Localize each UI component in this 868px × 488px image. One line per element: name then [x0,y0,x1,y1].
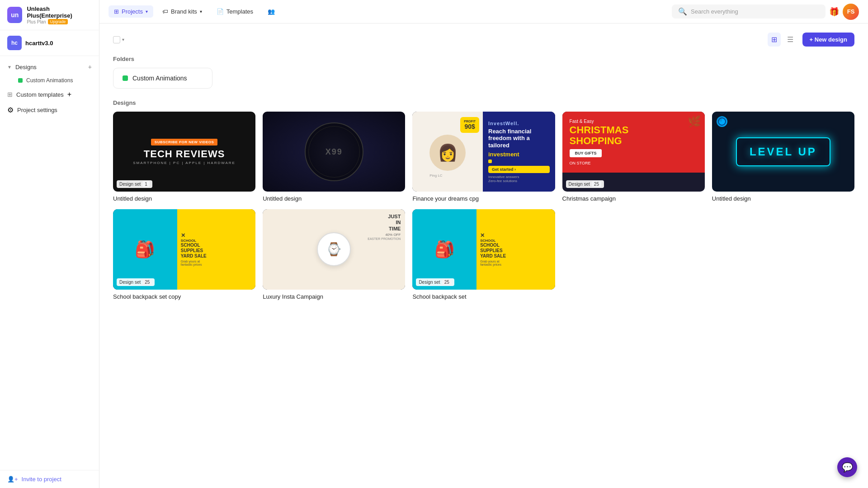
select-dropdown-icon[interactable]: ▾ [122,37,124,42]
content-area: ▾ ⊞ ☰ + New design Folders Custom Animat… [99,23,868,488]
view-toggle: ⊞ ☰ [768,33,797,47]
design-thumb-school-copy: 🎒 ✕ SCHOOL SCHOOLSUPPLIESYARD SALE Grab … [113,209,255,289]
search-input[interactable] [691,8,819,15]
search-icon: 🔍 [678,7,687,16]
main-area: ⊞ Projects ▾ 🏷 Brand kits ▾ 📄 Templates … [99,0,868,488]
invite-icon: 👤+ [7,476,18,483]
list-view-button[interactable]: ☰ [783,33,797,47]
user-avatar[interactable]: FS [843,4,859,20]
design-title: School backpack set copy [113,293,255,300]
workspace-selector[interactable]: hc hcarttv3.0 [0,30,99,56]
upgrade-badge[interactable]: Upgrade [48,19,68,24]
design-thumb-finance: PROFIT 90$ 👩 Ping LC [412,112,555,192]
design-card-motherboard[interactable]: X99 Untitled design [263,112,405,202]
brand-kits-chevron-icon: ▾ [200,9,202,14]
projects-nav-button[interactable]: ⊞ Projects ▾ [108,5,153,18]
project-settings-label: Project settings [17,107,57,113]
chat-bubble-button[interactable]: 💬 [837,457,857,477]
design-thumb-school-set: 🎒 ✕ SCHOOL SCHOOLSUPPLIESYARD SALE Grab … [412,209,555,289]
templates-nav-button[interactable]: 📄 Templates [211,5,259,18]
app-logo-text: Unleash Plus(Enterprise) Plus Plan Upgra… [27,5,92,24]
design-title: Luxury Insta Campaign [263,293,405,300]
top-navigation: ⊞ Projects ▾ 🏷 Brand kits ▾ 📄 Templates … [99,0,868,23]
subscribe-badge: SUBSCRIBE FOR NEW VIDEOS [151,139,218,145]
templates-icon: 📄 [217,8,224,15]
sidebar-navigation: ▼ Designs + Custom Animations ⊞ Custom t… [0,56,99,470]
grid-icon: ⊞ [7,91,13,98]
projects-icon: ⊞ [114,8,119,15]
add-folder-icon[interactable]: + [88,63,92,70]
design-thumb-levelup: LEVEL UP [712,112,854,192]
workspace-avatar: hc [7,36,22,50]
design-title: Untitled design [113,195,255,202]
team-icon: 👥 [268,8,275,15]
design-set-badge: Design set 25 [566,180,604,188]
design-title: Christmas campaign [562,195,705,202]
folders-grid: Custom Animations [113,68,854,89]
design-thumb-christmas: Fast & Easy CHRISTMASSHOPPING BUY GIFTS … [562,112,705,192]
design-set-badge: Design set 25 [117,278,155,286]
design-thumb-motherboard: X99 [263,112,405,192]
folder-custom-animations[interactable]: Custom Animations [113,68,212,89]
sidebar-item-designs[interactable]: ▼ Designs + [0,60,99,74]
sidebar-item-project-settings[interactable]: ⚙ Project settings [0,102,99,118]
folder-color-dot [18,78,23,83]
design-title: Untitled design [712,195,854,202]
new-design-button[interactable]: + New design [802,33,854,47]
app-name: Unleash Plus(Enterprise) [27,5,92,19]
brand-kits-nav-button[interactable]: 🏷 Brand kits ▾ [157,5,208,18]
brand-kits-icon: 🏷 [162,8,168,15]
select-all-wrapper[interactable]: ▾ [113,36,124,43]
folders-section-title: Folders [113,56,854,62]
design-card-christmas[interactable]: Fast & Easy CHRISTMASSHOPPING BUY GIFTS … [562,112,705,202]
search-container[interactable]: 🔍 [672,5,826,19]
content-toolbar: ▾ ⊞ ☰ + New design [113,33,854,47]
design-card-tech-reviews[interactable]: SUBSCRIBE FOR NEW VIDEOS TECH REVIEWS SM… [113,112,255,202]
custom-animations-label: Custom Animations [26,77,73,84]
chat-icon: 💬 [842,462,853,473]
sidebar-logo: un Unleash Plus(Enterprise) Plus Plan Up… [0,0,99,30]
gift-icon[interactable]: 🎁 [829,7,839,17]
folder-name: Custom Animations [132,75,187,82]
designs-grid: SUBSCRIBE FOR NEW VIDEOS TECH REVIEWS SM… [113,112,854,300]
sidebar-item-custom-templates[interactable]: ⊞ Custom templates + [0,87,99,102]
design-card-finance[interactable]: PROFIT 90$ 👩 Ping LC [412,112,555,202]
design-thumb-luxury: ⌚ JUSTINTIME 40% OFF EASTER PROMOTION [263,209,405,289]
design-thumb-tech-reviews: SUBSCRIBE FOR NEW VIDEOS TECH REVIEWS SM… [113,112,255,192]
design-title: Untitled design [263,195,405,202]
projects-chevron-icon: ▾ [146,9,148,14]
workspace-name: hcarttv3.0 [25,40,53,47]
topnav-actions: 🎁 FS [829,4,859,20]
design-title: Finance your dreams cpg [412,195,555,202]
select-all-checkbox[interactable] [113,36,120,43]
folder-dot [123,75,128,81]
sidebar-footer: 👤+ Invite to project [0,470,99,488]
app-plan: Plus Plan Upgrade [27,19,92,24]
grid-view-button[interactable]: ⊞ [768,33,781,47]
team-nav-button[interactable]: 👥 [262,5,280,18]
add-template-icon[interactable]: + [67,90,71,99]
designs-label: Designs [15,64,37,70]
invite-to-project-button[interactable]: 👤+ Invite to project [7,476,61,483]
design-set-badge: Design set 25 [416,278,454,286]
designs-section-title: Designs [113,99,854,106]
design-card-school-copy[interactable]: 🎒 ✕ SCHOOL SCHOOLSUPPLIESYARD SALE Grab … [113,209,255,300]
app-logo-icon: un [7,7,22,23]
chevron-down-icon: ▼ [7,65,12,70]
design-card-school-set[interactable]: 🎒 ✕ SCHOOL SCHOOLSUPPLIESYARD SALE Grab … [412,209,555,300]
custom-templates-label: Custom templates [16,91,64,98]
design-set-badge: Design set 1 [117,180,152,188]
design-title: School backpack set [412,293,555,300]
settings-icon: ⚙ [7,106,14,114]
design-card-luxury[interactable]: ⌚ JUSTINTIME 40% OFF EASTER PROMOTION Lu… [263,209,405,300]
sidebar: un Unleash Plus(Enterprise) Plus Plan Up… [0,0,99,488]
sidebar-item-custom-animations[interactable]: Custom Animations [0,74,99,87]
design-card-levelup[interactable]: LEVEL UP Untitled design [712,112,854,202]
